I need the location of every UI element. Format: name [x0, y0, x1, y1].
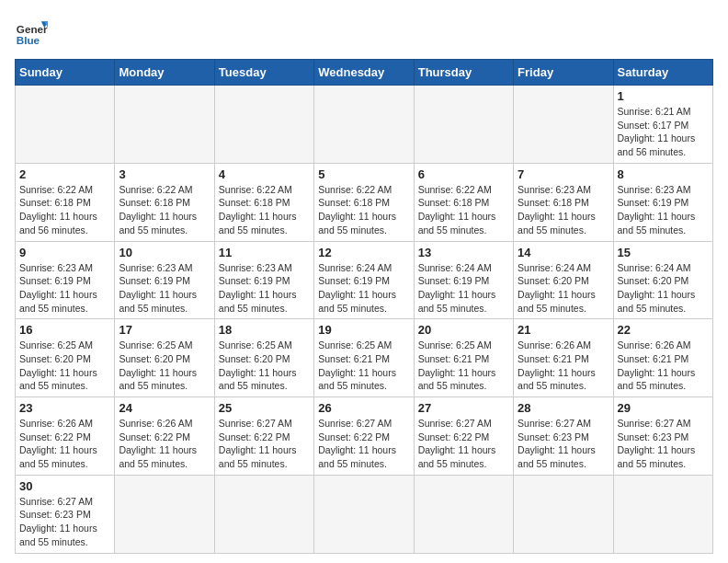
day-number: 28: [518, 401, 609, 415]
day-number: 26: [318, 401, 409, 415]
day-info: Sunrise: 6:26 AM Sunset: 6:21 PM Dayligh…: [618, 339, 709, 393]
calendar-cell: 23Sunrise: 6:26 AM Sunset: 6:22 PM Dayli…: [16, 397, 115, 476]
calendar-week-row: 9Sunrise: 6:23 AM Sunset: 6:19 PM Daylig…: [16, 241, 713, 319]
day-number: 19: [318, 323, 409, 337]
calendar-cell: 10Sunrise: 6:23 AM Sunset: 6:19 PM Dayli…: [115, 241, 214, 319]
day-number: 5: [318, 167, 409, 181]
logo-icon: General Blue: [15, 15, 48, 48]
calendar-cell: 3Sunrise: 6:22 AM Sunset: 6:18 PM Daylig…: [115, 163, 214, 241]
day-info: Sunrise: 6:26 AM Sunset: 6:22 PM Dayligh…: [119, 417, 210, 471]
calendar-cell: 17Sunrise: 6:25 AM Sunset: 6:20 PM Dayli…: [115, 319, 214, 397]
logo: General Blue: [15, 15, 48, 48]
day-number: 29: [618, 401, 709, 415]
calendar-week-row: 30Sunrise: 6:27 AM Sunset: 6:23 PM Dayli…: [16, 475, 713, 553]
calendar-cell: [514, 86, 613, 164]
calendar-cell: 18Sunrise: 6:25 AM Sunset: 6:20 PM Dayli…: [214, 319, 313, 397]
day-number: 8: [618, 167, 709, 181]
calendar-cell: [115, 86, 214, 164]
calendar-cell: 20Sunrise: 6:25 AM Sunset: 6:21 PM Dayli…: [414, 319, 513, 397]
calendar-cell: 14Sunrise: 6:24 AM Sunset: 6:20 PM Dayli…: [514, 241, 613, 319]
day-info: Sunrise: 6:23 AM Sunset: 6:19 PM Dayligh…: [119, 261, 210, 316]
day-number: 11: [219, 246, 310, 259]
calendar-cell: 19Sunrise: 6:25 AM Sunset: 6:21 PM Dayli…: [314, 319, 414, 397]
day-info: Sunrise: 6:26 AM Sunset: 6:22 PM Dayligh…: [19, 417, 110, 471]
calendar-week-row: 16Sunrise: 6:25 AM Sunset: 6:20 PM Dayli…: [16, 319, 713, 397]
calendar-cell: [514, 475, 613, 553]
calendar-cell: 8Sunrise: 6:23 AM Sunset: 6:19 PM Daylig…: [613, 163, 712, 241]
day-header-friday: Friday: [514, 60, 613, 86]
calendar-cell: 15Sunrise: 6:24 AM Sunset: 6:20 PM Dayli…: [613, 241, 712, 319]
day-number: 14: [518, 246, 609, 259]
calendar-week-row: 2Sunrise: 6:22 AM Sunset: 6:18 PM Daylig…: [16, 163, 713, 241]
day-info: Sunrise: 6:24 AM Sunset: 6:20 PM Dayligh…: [618, 261, 709, 316]
calendar-cell: 4Sunrise: 6:22 AM Sunset: 6:18 PM Daylig…: [214, 163, 313, 241]
calendar-cell: 28Sunrise: 6:27 AM Sunset: 6:23 PM Dayli…: [514, 397, 613, 476]
calendar-cell: [414, 86, 513, 164]
day-info: Sunrise: 6:23 AM Sunset: 6:18 PM Dayligh…: [518, 183, 609, 237]
calendar-cell: 9Sunrise: 6:23 AM Sunset: 6:19 PM Daylig…: [16, 241, 115, 319]
day-number: 16: [19, 323, 110, 337]
page-header: General Blue: [15, 15, 713, 48]
calendar-cell: [214, 475, 313, 553]
calendar-cell: 1Sunrise: 6:21 AM Sunset: 6:17 PM Daylig…: [613, 86, 712, 164]
day-number: 23: [19, 401, 110, 415]
calendar-cell: 2Sunrise: 6:22 AM Sunset: 6:18 PM Daylig…: [16, 163, 115, 241]
day-info: Sunrise: 6:23 AM Sunset: 6:19 PM Dayligh…: [19, 261, 110, 316]
day-number: 7: [518, 167, 609, 181]
calendar-cell: 22Sunrise: 6:26 AM Sunset: 6:21 PM Dayli…: [613, 319, 712, 397]
day-info: Sunrise: 6:27 AM Sunset: 6:23 PM Dayligh…: [618, 417, 709, 471]
day-info: Sunrise: 6:25 AM Sunset: 6:20 PM Dayligh…: [219, 339, 310, 393]
calendar-cell: 29Sunrise: 6:27 AM Sunset: 6:23 PM Dayli…: [613, 397, 712, 476]
calendar-cell: [314, 86, 414, 164]
day-header-saturday: Saturday: [613, 60, 712, 86]
calendar-cell: 6Sunrise: 6:22 AM Sunset: 6:18 PM Daylig…: [414, 163, 513, 241]
day-info: Sunrise: 6:25 AM Sunset: 6:20 PM Dayligh…: [19, 339, 110, 393]
calendar-week-row: 1Sunrise: 6:21 AM Sunset: 6:17 PM Daylig…: [16, 86, 713, 164]
day-info: Sunrise: 6:21 AM Sunset: 6:17 PM Dayligh…: [618, 105, 709, 159]
day-number: 6: [418, 167, 509, 181]
day-info: Sunrise: 6:22 AM Sunset: 6:18 PM Dayligh…: [418, 183, 509, 237]
calendar-cell: 11Sunrise: 6:23 AM Sunset: 6:19 PM Dayli…: [214, 241, 313, 319]
calendar-cell: [16, 86, 115, 164]
calendar-header-row: SundayMondayTuesdayWednesdayThursdayFrid…: [16, 60, 713, 86]
calendar-cell: [314, 475, 414, 553]
day-info: Sunrise: 6:22 AM Sunset: 6:18 PM Dayligh…: [219, 183, 310, 237]
day-number: 1: [618, 89, 709, 103]
calendar-cell: [414, 475, 513, 553]
calendar-cell: 5Sunrise: 6:22 AM Sunset: 6:18 PM Daylig…: [314, 163, 414, 241]
day-number: 20: [418, 323, 509, 337]
day-header-thursday: Thursday: [414, 60, 513, 86]
day-number: 9: [19, 246, 110, 259]
day-info: Sunrise: 6:24 AM Sunset: 6:19 PM Dayligh…: [418, 261, 509, 316]
calendar-cell: 27Sunrise: 6:27 AM Sunset: 6:22 PM Dayli…: [414, 397, 513, 476]
day-number: 27: [418, 401, 509, 415]
calendar-cell: 7Sunrise: 6:23 AM Sunset: 6:18 PM Daylig…: [514, 163, 613, 241]
day-number: 13: [418, 246, 509, 259]
day-number: 15: [618, 246, 709, 259]
day-number: 10: [119, 246, 210, 259]
calendar-cell: 30Sunrise: 6:27 AM Sunset: 6:23 PM Dayli…: [16, 475, 115, 553]
calendar-cell: 12Sunrise: 6:24 AM Sunset: 6:19 PM Dayli…: [314, 241, 414, 319]
calendar-week-row: 23Sunrise: 6:26 AM Sunset: 6:22 PM Dayli…: [16, 397, 713, 476]
calendar-cell: 24Sunrise: 6:26 AM Sunset: 6:22 PM Dayli…: [115, 397, 214, 476]
day-info: Sunrise: 6:24 AM Sunset: 6:20 PM Dayligh…: [518, 261, 609, 316]
calendar-cell: [214, 86, 313, 164]
day-header-sunday: Sunday: [16, 60, 115, 86]
calendar-cell: [115, 475, 214, 553]
calendar-cell: 16Sunrise: 6:25 AM Sunset: 6:20 PM Dayli…: [16, 319, 115, 397]
calendar-cell: 13Sunrise: 6:24 AM Sunset: 6:19 PM Dayli…: [414, 241, 513, 319]
day-info: Sunrise: 6:23 AM Sunset: 6:19 PM Dayligh…: [219, 261, 310, 316]
calendar-cell: 21Sunrise: 6:26 AM Sunset: 6:21 PM Dayli…: [514, 319, 613, 397]
day-number: 4: [219, 167, 310, 181]
day-info: Sunrise: 6:27 AM Sunset: 6:23 PM Dayligh…: [19, 495, 110, 549]
day-info: Sunrise: 6:27 AM Sunset: 6:22 PM Dayligh…: [219, 417, 310, 471]
svg-text:Blue: Blue: [17, 34, 40, 46]
day-header-monday: Monday: [115, 60, 214, 86]
day-header-tuesday: Tuesday: [214, 60, 313, 86]
calendar-cell: 25Sunrise: 6:27 AM Sunset: 6:22 PM Dayli…: [214, 397, 313, 476]
day-number: 17: [119, 323, 210, 337]
day-info: Sunrise: 6:24 AM Sunset: 6:19 PM Dayligh…: [318, 261, 409, 316]
day-info: Sunrise: 6:25 AM Sunset: 6:21 PM Dayligh…: [318, 339, 409, 393]
day-info: Sunrise: 6:25 AM Sunset: 6:20 PM Dayligh…: [119, 339, 210, 393]
day-header-wednesday: Wednesday: [314, 60, 414, 86]
